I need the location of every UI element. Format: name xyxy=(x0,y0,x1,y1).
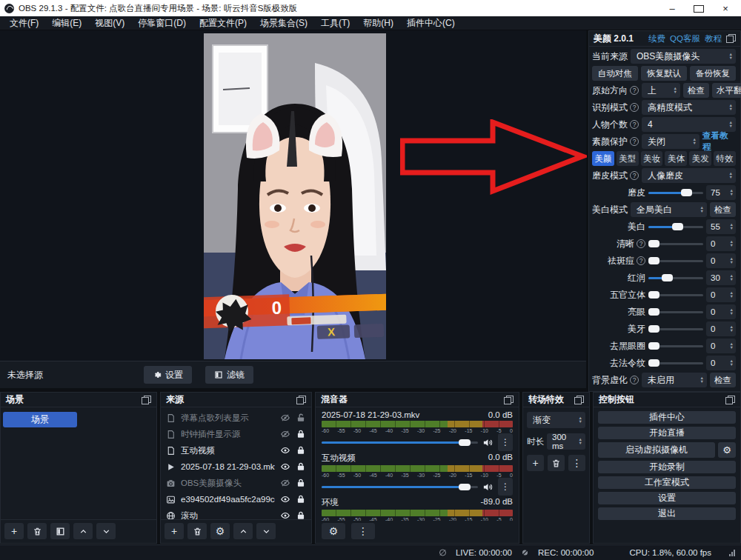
teeth-value-spinner[interactable]: 0▲▼ xyxy=(706,321,736,336)
slider-handle[interactable] xyxy=(648,257,659,264)
add-source-button[interactable]: + xyxy=(165,523,184,539)
bright-eyes-slider[interactable] xyxy=(648,311,703,313)
popout-dock-icon[interactable] xyxy=(574,396,584,404)
remove-scene-button[interactable] xyxy=(27,523,47,539)
tab-makeup[interactable]: 美妆 xyxy=(641,151,663,166)
menu-scene-collection[interactable]: 场景集合(S) xyxy=(253,16,314,30)
source-row[interactable]: 互动视频 xyxy=(161,442,311,459)
move-source-up-button[interactable] xyxy=(233,523,253,539)
reset-defaults-button[interactable]: 恢复默认 xyxy=(641,66,687,81)
slider-handle[interactable] xyxy=(648,240,659,247)
backup-restore-button[interactable]: 备份恢复 xyxy=(690,66,736,81)
eye-slash-icon[interactable] xyxy=(280,478,290,488)
help-icon[interactable]: ? xyxy=(630,103,639,112)
menu-tools[interactable]: 工具(T) xyxy=(314,16,356,30)
eye-slash-icon[interactable] xyxy=(280,413,290,423)
help-icon[interactable]: ? xyxy=(630,171,639,180)
spinner-arrows-icon[interactable]: ▲▼ xyxy=(727,121,733,128)
transition-menu-button[interactable]: ⋮ xyxy=(568,455,585,471)
lock-icon[interactable] xyxy=(296,461,306,472)
menu-profile[interactable]: 配置文件(P) xyxy=(193,16,253,30)
smile-lines-value-spinner[interactable]: 0▲▼ xyxy=(706,356,736,370)
spinner-arrows-icon[interactable]: ▲▼ xyxy=(576,438,582,445)
lock-icon[interactable] xyxy=(296,429,306,439)
eye-icon[interactable] xyxy=(280,461,290,472)
add-scene-button[interactable]: + xyxy=(4,523,24,539)
whiten-slider[interactable] xyxy=(648,226,703,228)
clarity-value-spinner[interactable]: 0▲▼ xyxy=(706,236,736,251)
horizontal-flip-button[interactable]: 水平翻转 xyxy=(712,83,741,98)
menu-help[interactable]: 帮助(H) xyxy=(356,16,400,30)
eye-icon[interactable] xyxy=(280,494,290,504)
blur-check-button[interactable]: 检查 xyxy=(710,373,736,387)
smooth-mode-select[interactable]: 人像磨皮 ▲▼ xyxy=(642,168,736,183)
current-source-select[interactable]: OBS美颜摄像头 ▲▼ xyxy=(631,49,736,64)
tab-reshape[interactable]: 美型 xyxy=(617,151,639,166)
features-value-spinner[interactable]: 0▲▼ xyxy=(706,287,736,302)
blemish-value-spinner[interactable]: 0▲▼ xyxy=(706,253,736,268)
renew-link[interactable]: 续费 xyxy=(648,33,665,44)
source-row[interactable]: 2025-07-18 21-29-03.mkv xyxy=(161,459,311,475)
help-icon[interactable]: ? xyxy=(630,137,639,146)
source-settings-button[interactable]: 设置 xyxy=(144,366,192,384)
eye-icon[interactable] xyxy=(280,445,290,456)
move-scene-up-button[interactable] xyxy=(73,523,93,539)
white-check-button[interactable]: 检查 xyxy=(710,202,736,217)
scene-list-item[interactable]: 场景 xyxy=(3,412,77,427)
source-properties-button[interactable]: ⚙ xyxy=(210,523,230,539)
exit-button[interactable]: 退出 xyxy=(598,507,736,520)
view-tutorial-link[interactable]: 查看教程 xyxy=(702,130,736,153)
duration-spinner[interactable]: 300 ms ▲▼ xyxy=(547,433,585,450)
whiten-value-spinner[interactable]: 55▲▼ xyxy=(706,219,736,234)
lock-open-icon[interactable] xyxy=(296,413,306,423)
transition-select[interactable]: 渐变 ▲▼ xyxy=(527,412,585,428)
popout-dock-icon[interactable] xyxy=(726,34,736,43)
volume-slider[interactable] xyxy=(322,441,478,444)
channel-menu-button[interactable]: ⋮ xyxy=(498,433,513,451)
protect-select[interactable]: 关闭 ▲▼ xyxy=(642,134,700,149)
virtual-camera-settings-button[interactable]: ⚙ xyxy=(718,442,736,458)
help-icon[interactable]: ? xyxy=(637,256,645,265)
slider-handle[interactable] xyxy=(672,223,683,230)
slider-handle[interactable] xyxy=(648,308,659,316)
tab-beauty[interactable]: 美颜 xyxy=(592,151,614,166)
volume-slider-handle[interactable] xyxy=(459,484,471,490)
slider-handle[interactable] xyxy=(662,274,673,281)
remove-source-button[interactable] xyxy=(187,523,207,539)
smooth-slider[interactable] xyxy=(648,192,703,194)
minimize-button[interactable]: – xyxy=(667,3,677,14)
features-slider[interactable] xyxy=(648,294,703,296)
maximize-button[interactable] xyxy=(694,5,704,13)
source-row[interactable]: 弹幕点歌列表显示 xyxy=(161,410,311,426)
popout-dock-icon[interactable] xyxy=(142,396,151,404)
slider-handle[interactable] xyxy=(648,342,659,350)
plugin-center-button[interactable]: 插件中心 xyxy=(598,411,736,424)
source-row[interactable]: 时钟插件显示源 xyxy=(161,426,311,442)
menu-view[interactable]: 视图(V) xyxy=(88,16,131,30)
studio-mode-button[interactable]: 工作室模式 xyxy=(598,476,736,489)
popout-dock-icon[interactable] xyxy=(725,396,735,404)
tab-body[interactable]: 美体 xyxy=(665,151,687,166)
person-count-spinner[interactable]: 4 ▲▼ xyxy=(642,117,736,132)
preview-canvas[interactable]: 0 X xyxy=(0,30,586,361)
help-icon[interactable]: ? xyxy=(630,120,639,129)
menu-docks[interactable]: 停靠窗口(D) xyxy=(131,16,193,30)
eye-slash-icon[interactable] xyxy=(280,429,290,439)
teeth-slider[interactable] xyxy=(648,328,703,330)
help-icon[interactable]: ? xyxy=(637,239,645,248)
slider-handle[interactable] xyxy=(648,325,659,333)
speaker-icon[interactable] xyxy=(482,481,494,492)
menu-plugin-center[interactable]: 插件中心(C) xyxy=(400,16,462,30)
slider-handle[interactable] xyxy=(648,359,659,367)
start-streaming-button[interactable]: 开始直播 xyxy=(598,427,736,439)
dark-circles-value-spinner[interactable]: 0▲▼ xyxy=(706,339,736,353)
lock-icon[interactable] xyxy=(296,510,306,519)
start-virtual-camera-button[interactable]: 启动虚拟摄像机 xyxy=(598,442,715,458)
speaker-icon[interactable] xyxy=(482,437,494,447)
mixer-menu-button[interactable]: ⋮ xyxy=(351,523,375,539)
source-filters-button[interactable]: 滤镜 xyxy=(205,366,253,384)
settings-button[interactable]: 设置 xyxy=(598,492,736,504)
slider-handle[interactable] xyxy=(648,291,659,299)
volume-slider[interactable] xyxy=(322,486,478,488)
eye-icon[interactable] xyxy=(280,510,290,519)
